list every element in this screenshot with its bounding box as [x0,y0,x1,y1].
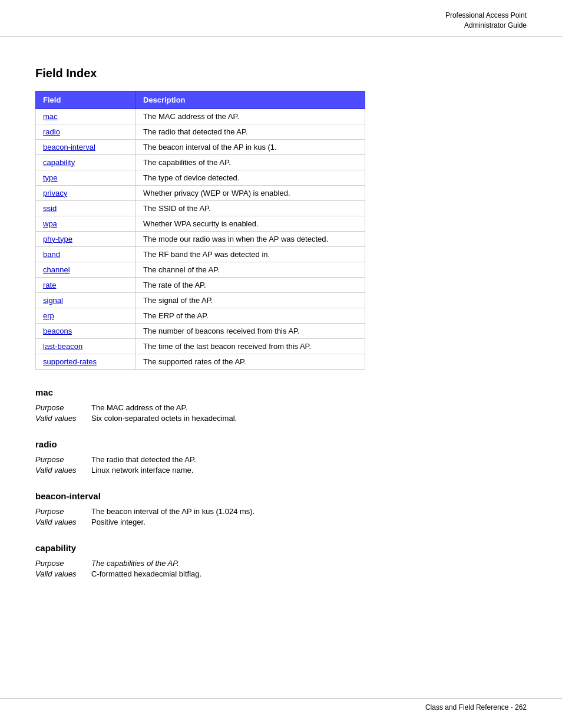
table-row: last-beaconThe time of the last beacon r… [36,338,365,354]
field-label: Valid values [35,518,91,526]
field-link[interactable]: last-beacon [43,342,82,351]
table-row: phy-typeThe mode our radio was in when t… [36,231,365,246]
field-link[interactable]: supported-rates [43,357,97,366]
header-title: Professional Access Point Administrator … [445,11,527,29]
description-cell: The capabilities of the AP. [136,154,365,170]
field-value: The MAC address of the AP. [91,403,187,412]
field-link[interactable]: wpa [43,219,57,228]
field-cell: phy-type [36,231,136,246]
description-cell: The RF band the AP was detected in. [136,246,365,262]
col-header-description: Description [136,91,365,108]
field-cell: channel [36,262,136,277]
field-cell: capability [36,154,136,170]
description-cell: The radio that detected the AP. [136,124,365,139]
field-link[interactable]: privacy [43,189,67,197]
field-link[interactable]: capability [43,158,75,167]
field-row: Valid valuesPositive integer. [35,518,527,526]
field-link[interactable]: channel [43,265,70,274]
description-cell: The SSID of the AP. [136,200,365,216]
section-mac: macPurposeThe MAC address of the AP.Vali… [35,387,527,423]
description-cell: The mode our radio was in when the AP wa… [136,231,365,246]
field-link[interactable]: rate [43,281,56,289]
table-row: erpThe ERP of the AP. [36,308,365,323]
section-heading: radio [35,439,527,449]
table-row: macThe MAC address of the AP. [36,108,365,124]
field-row: PurposeThe radio that detected the AP. [35,455,527,464]
field-link[interactable]: erp [43,311,54,320]
field-cell: type [36,170,136,185]
field-value: The radio that detected the AP. [91,455,196,464]
field-row: PurposeThe capabilities of the AP. [35,559,527,568]
page-footer: Class and Field Reference - 262 [0,698,562,716]
field-cell: ssid [36,200,136,216]
field-value: Linux network interface name. [91,466,193,475]
section-heading: beacon-interval [35,491,527,501]
field-row: PurposeThe MAC address of the AP. [35,403,527,412]
table-row: radioThe radio that detected the AP. [36,124,365,139]
field-cell: supported-rates [36,354,136,369]
field-value: C-formatted hexadecmial bitflag. [91,569,201,578]
table-row: privacyWhether privacy (WEP or WPA) is e… [36,185,365,200]
page-header: Professional Access Point Administrator … [0,0,562,37]
table-row: ssidThe SSID of the AP. [36,200,365,216]
field-cell: band [36,246,136,262]
field-cell: privacy [36,185,136,200]
description-cell: The rate of the AP. [136,277,365,292]
field-value: The beacon interval of the AP in kus (1.… [91,507,254,516]
table-row: channelThe channel of the AP. [36,262,365,277]
field-link[interactable]: band [43,250,60,259]
section-beacon-interval: beacon-intervalPurposeThe beacon interva… [35,491,527,526]
field-link[interactable]: type [43,173,58,182]
field-index-table: Field Description macThe MAC address of … [35,91,365,370]
field-cell: mac [36,108,136,124]
description-cell: The type of device detected. [136,170,365,185]
field-label: Valid values [35,466,91,475]
description-cell: The supported rates of the AP. [136,354,365,369]
field-link[interactable]: beacons [43,327,72,335]
table-row: capabilityThe capabilities of the AP. [36,154,365,170]
field-link[interactable]: beacon-interval [43,143,95,151]
field-cell: radio [36,124,136,139]
field-label: Valid values [35,569,91,578]
field-link[interactable]: mac [43,112,58,121]
description-cell: The time of the last beacon received fro… [136,338,365,354]
field-value: Six colon-separated octets in hexadecima… [91,414,237,423]
description-cell: The signal of the AP. [136,292,365,308]
field-value: Positive integer. [91,518,146,526]
description-cell: The beacon interval of the AP in kus (1. [136,139,365,154]
field-cell: beacons [36,323,136,338]
field-cell: erp [36,308,136,323]
table-row: wpaWhether WPA security is enabled. [36,216,365,231]
table-row: typeThe type of device detected. [36,170,365,185]
field-link[interactable]: radio [43,127,60,136]
field-cell: beacon-interval [36,139,136,154]
description-cell: The number of beacons received from this… [136,323,365,338]
table-row: beaconsThe number of beacons received fr… [36,323,365,338]
page-title: Field Index [35,67,527,80]
table-row: bandThe RF band the AP was detected in. [36,246,365,262]
section-heading: capability [35,543,527,553]
description-cell: The MAC address of the AP. [136,108,365,124]
field-label: Purpose [35,507,91,516]
field-label: Valid values [35,414,91,423]
table-row: beacon-intervalThe beacon interval of th… [36,139,365,154]
field-cell: signal [36,292,136,308]
description-cell: The ERP of the AP. [136,308,365,323]
field-cell: last-beacon [36,338,136,354]
field-link[interactable]: phy-type [43,235,72,243]
field-link[interactable]: ssid [43,204,57,213]
table-row: rateThe rate of the AP. [36,277,365,292]
description-cell: Whether privacy (WEP or WPA) is enabled. [136,185,365,200]
field-label: Purpose [35,455,91,464]
field-label: Purpose [35,403,91,412]
field-link[interactable]: signal [43,296,63,305]
footer-right: Class and Field Reference - 262 [425,703,527,711]
field-row: Valid valuesSix colon-separated octets i… [35,414,527,423]
field-cell: rate [36,277,136,292]
section-heading: mac [35,387,527,397]
table-row: supported-ratesThe supported rates of th… [36,354,365,369]
col-header-field: Field [36,91,136,108]
description-cell: The channel of the AP. [136,262,365,277]
field-value: The capabilities of the AP. [91,559,179,568]
field-cell: wpa [36,216,136,231]
